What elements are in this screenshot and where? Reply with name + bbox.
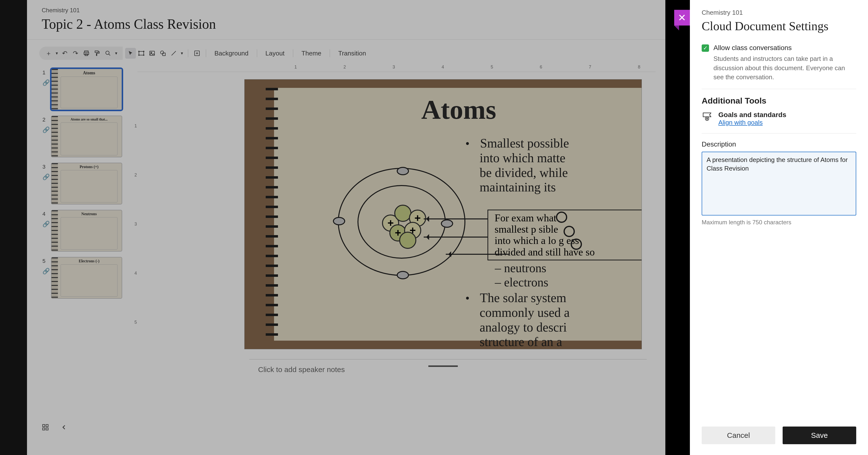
slide-bullets: Smallest possible into which matte be di… xyxy=(465,136,642,199)
description-label: Description xyxy=(702,141,856,148)
slide-handle[interactable] xyxy=(428,365,458,367)
link-icon: 🔗 xyxy=(42,221,50,228)
toolbar-group-left: ＋ ▾ ↶ ↷ ▾ xyxy=(39,47,123,60)
toolbar-separator xyxy=(206,49,206,57)
zoom-dropdown[interactable]: ▾ xyxy=(113,48,119,59)
panel-footer: Cancel Save xyxy=(690,419,868,455)
svg-rect-23 xyxy=(46,428,48,430)
thumb-index: 5 xyxy=(42,257,50,264)
redo-button[interactable]: ↷ xyxy=(70,48,81,59)
slide-thumb-2[interactable]: Atoms are so small that... xyxy=(51,116,122,157)
svg-rect-15 xyxy=(163,53,165,56)
thumb-index: 1 xyxy=(42,68,50,76)
select-tool[interactable] xyxy=(125,48,136,59)
svg-rect-6 xyxy=(139,51,144,55)
thumb-index: 4 xyxy=(42,210,50,217)
comment-button[interactable] xyxy=(192,48,203,59)
svg-point-14 xyxy=(160,51,164,54)
app-left-rail xyxy=(0,0,27,455)
toolbar-group-tools: ▾ Background Layout Theme Transition xyxy=(125,47,371,60)
svg-point-25 xyxy=(707,118,708,119)
thumb-title: Atoms xyxy=(83,70,95,75)
allow-conversations-checkbox[interactable]: ✓ xyxy=(702,44,709,52)
thumb-title: Neutrons xyxy=(82,212,97,216)
allow-conversations-desc: Students and instructors can take part i… xyxy=(713,54,856,82)
goals-icon xyxy=(702,112,712,121)
svg-point-4 xyxy=(106,51,109,55)
svg-rect-21 xyxy=(46,425,48,427)
page-title: Topic 2 - Atoms Class Revision xyxy=(42,16,651,32)
save-button[interactable]: Save xyxy=(783,427,856,444)
settings-panel: ✕ Chemistry 101 Cloud Document Settings … xyxy=(690,0,868,455)
close-panel-button[interactable]: ✕ xyxy=(674,10,690,26)
thumb-index: 2 xyxy=(42,116,50,123)
toolbar-separator xyxy=(293,49,293,57)
link-icon: 🔗 xyxy=(42,126,50,133)
slide-thumbnails: 1 🔗 Atoms 2 🔗 Atoms are so small that... xyxy=(37,63,125,379)
slide-thumb-5[interactable]: Electrons (-) xyxy=(51,257,122,299)
goals-label: Goals and standards xyxy=(718,111,786,119)
image-tool[interactable] xyxy=(147,48,157,59)
slide-canvas-area: 1 2 3 4 5 6 7 8 1 2 3 4 5 xyxy=(132,63,655,379)
add-slide-button[interactable]: ＋ xyxy=(43,48,54,59)
slide-sublist: neutrons electrons xyxy=(495,261,548,289)
slide-thumb-4[interactable]: Neutrons xyxy=(51,210,122,251)
collapse-button[interactable] xyxy=(61,424,67,433)
textbox-tool[interactable] xyxy=(136,48,147,59)
background-menu[interactable]: Background xyxy=(210,50,253,57)
description-input[interactable] xyxy=(702,152,856,215)
description-hint: Maximum length is 750 characters xyxy=(702,219,856,226)
shape-tool[interactable] xyxy=(157,48,168,59)
slide-bullets-2: The solar system commonly used a analogy… xyxy=(465,291,642,349)
ruler-horizontal: 1 2 3 4 5 6 7 8 xyxy=(137,63,655,72)
goals-row: Goals and standards Align with goals xyxy=(702,111,856,126)
toolbar: ＋ ▾ ↶ ↷ ▾ xyxy=(39,46,653,61)
paint-format-button[interactable] xyxy=(92,48,102,59)
additional-tools-heading: Additional Tools xyxy=(702,96,856,105)
atom-diagram: + + + + xyxy=(308,158,480,286)
svg-rect-22 xyxy=(43,428,45,430)
svg-point-11 xyxy=(143,55,144,56)
transition-menu[interactable]: Transition xyxy=(333,50,371,57)
line-dropdown[interactable]: ▾ xyxy=(179,48,185,59)
print-button[interactable] xyxy=(81,48,92,59)
panel-breadcrumb: Chemistry 101 xyxy=(702,9,856,17)
footer-controls xyxy=(42,424,67,433)
thumb-title: Protons (+) xyxy=(80,165,99,169)
speaker-notes[interactable]: Click to add speaker notes xyxy=(249,359,647,379)
slide-thumb-1[interactable]: Atoms xyxy=(51,68,122,110)
thumb-title: Electrons (-) xyxy=(79,259,100,263)
slide-thumb-3[interactable]: Protons (+) xyxy=(51,163,122,205)
svg-point-8 xyxy=(138,51,140,52)
layout-menu[interactable]: Layout xyxy=(260,50,289,57)
svg-line-5 xyxy=(109,54,110,56)
ruler-vertical: 1 2 3 4 5 xyxy=(132,72,141,379)
toolbar-separator xyxy=(257,49,257,57)
svg-point-9 xyxy=(143,51,144,52)
add-slide-dropdown[interactable]: ▾ xyxy=(54,48,59,59)
allow-conversations-row: ✓ Allow class conversations Students and… xyxy=(702,44,856,82)
zoom-button[interactable] xyxy=(102,48,113,59)
align-with-goals-link[interactable]: Align with goals xyxy=(718,119,786,126)
slide-canvas[interactable]: Atoms Smallest possible into which matte… xyxy=(244,79,642,349)
undo-button[interactable]: ↶ xyxy=(59,48,70,59)
link-icon: 🔗 xyxy=(42,174,50,180)
editor-main: Chemistry 101 Topic 2 - Atoms Class Revi… xyxy=(27,0,665,455)
allow-conversations-label: Allow class conversations xyxy=(713,44,856,52)
svg-rect-20 xyxy=(43,425,45,427)
breadcrumb[interactable]: Chemistry 101 xyxy=(42,7,651,14)
document-header: Chemistry 101 Topic 2 - Atoms Class Revi… xyxy=(27,0,665,39)
svg-rect-1 xyxy=(84,52,89,55)
thumb-title: Atoms are so small that... xyxy=(70,118,107,121)
thumb-index: 3 xyxy=(42,163,50,170)
panel-title: Cloud Document Settings xyxy=(702,19,856,33)
link-icon: 🔗 xyxy=(42,268,50,275)
svg-point-10 xyxy=(138,55,140,56)
grid-view-button[interactable] xyxy=(42,424,49,433)
link-icon: 🔗 xyxy=(42,79,50,86)
svg-rect-3 xyxy=(95,51,98,53)
cancel-button[interactable]: Cancel xyxy=(702,427,775,444)
line-tool[interactable] xyxy=(168,48,179,59)
slide-title: Atoms xyxy=(421,94,496,125)
theme-menu[interactable]: Theme xyxy=(297,50,326,57)
